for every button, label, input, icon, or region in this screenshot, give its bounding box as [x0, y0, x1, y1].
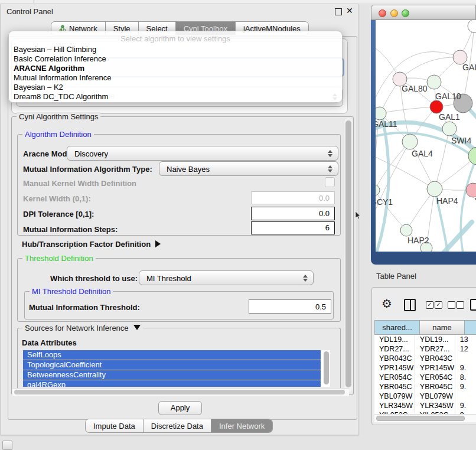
dpi-tolerance-field[interactable]: 0.0 — [251, 207, 335, 220]
table-row[interactable]: YER054CYER054C8. — [374, 373, 476, 382]
mouse-cursor — [356, 211, 361, 220]
column-layout-icon[interactable] — [404, 299, 416, 311]
table-cell: YDL19... — [415, 335, 455, 344]
table-row[interactable]: YDR27...YDR27...12 — [374, 344, 476, 354]
tab-label: Impute Data — [93, 422, 135, 431]
zoom-traffic-light[interactable] — [402, 9, 409, 17]
mi-algorithm-type-value: Naive Bayes — [167, 164, 210, 173]
table-cell: YPR145W — [374, 363, 415, 373]
table-row[interactable]: YLR345WYLR345W9. — [374, 401, 476, 410]
table-settings-gear-icon[interactable]: ⚙ — [382, 298, 392, 309]
deselect-all-checkbox-icon[interactable] — [457, 301, 464, 309]
table-cell: YDL19... — [374, 335, 415, 344]
close-traffic-light[interactable] — [379, 9, 386, 17]
select-all-checkbox-icon[interactable]: ✓ — [435, 301, 442, 309]
network-node-HAP2[interactable] — [400, 224, 412, 236]
algorithm-dropdown-placeholder: Select algorithm to view settings — [9, 34, 342, 43]
column-header-name[interactable]: name — [420, 320, 465, 335]
network-node-GAL10[interactable] — [427, 75, 441, 89]
mi-threshold-field[interactable]: 0.5 — [249, 299, 331, 314]
aracne-mode-select[interactable]: Discovery — [67, 146, 338, 161]
table-cell: YER054C — [374, 373, 415, 382]
table-row[interactable]: YBR043CYBR043C — [374, 354, 476, 363]
kernel-width-label: Kernel Width (0,1): — [23, 194, 91, 203]
network-edge[interactable] — [376, 156, 435, 189]
table-header-row: shared...name — [374, 320, 476, 335]
table-row[interactable]: YDL19...YDL19...13 — [374, 335, 476, 344]
bottom-tab-discretize-data[interactable]: Discretize Data — [144, 419, 211, 432]
table-row[interactable]: YBR045CYBR045C9. — [374, 382, 476, 392]
which-threshold-value: MI Threshold — [146, 273, 191, 282]
settings-horizontal-scrollbar-thumb[interactable] — [14, 390, 345, 394]
mi-algorithm-type-select[interactable]: Naive Bayes — [159, 161, 338, 176]
combo-arrows-icon — [328, 150, 332, 157]
manual-kernel-width-label: Manual Kernel Width Definition — [23, 179, 136, 188]
data-attributes-list: SelfLoopsTopologicalCoefficientBetweenne… — [23, 350, 330, 387]
table-cell: YBR045C — [374, 382, 415, 392]
data-attribute-item[interactable]: TopologicalCoefficient — [23, 360, 321, 370]
network-node-HAP4[interactable] — [427, 181, 442, 197]
table-cell: YLR345W — [374, 401, 415, 410]
network-edge[interactable] — [400, 57, 460, 79]
table-panel-title: Table Panel — [376, 272, 416, 281]
algorithm-option-basic-correlation-inference[interactable]: Basic Correlation Inference — [12, 54, 338, 64]
bottom-tab-infer-network[interactable]: Infer Network — [211, 419, 272, 432]
network-node-SWI4[interactable] — [442, 122, 457, 136]
table-cell: YBR045C — [415, 382, 455, 392]
tab-label: Infer Network — [219, 422, 265, 431]
network-node-GAL4[interactable] — [402, 134, 418, 149]
column-header-shared...[interactable]: shared... — [374, 320, 420, 335]
attribute-list-scrollbar-thumb[interactable] — [324, 351, 329, 384]
table-cell: YLR345W — [415, 401, 455, 410]
panel-grip[interactable] — [2, 441, 12, 450]
data-attribute-item[interactable]: BetweennessCentrality — [23, 370, 321, 380]
deselect-all-checkbox-icon[interactable] — [448, 301, 455, 309]
control-panel-title: Control Panel — [6, 7, 53, 16]
network-node-GCY1[interactable] — [376, 185, 380, 195]
settings-vertical-scrollbar-thumb[interactable] — [345, 120, 351, 387]
column-header-cut[interactable] — [465, 320, 476, 335]
which-threshold-select[interactable]: MI Threshold — [139, 270, 314, 285]
table-row[interactable]: YBL079WYBL079W — [374, 392, 476, 401]
network-canvas[interactable]: GALGAL80GAL10GAL1GAL11SWI4GAL4GCY1HAP4YH… — [376, 20, 476, 252]
node-label-HAP4: HAP4 — [436, 196, 458, 206]
data-attribute-item[interactable]: SelfLoops — [23, 350, 321, 360]
combo-arrows-icon — [303, 275, 308, 282]
table-cell — [455, 354, 476, 363]
mi-threshold-definition-title: MI Threshold Definition — [30, 287, 113, 296]
algorithm-option-bayesian-hill-climbing[interactable]: Bayesian – Hill Climbing — [12, 45, 338, 54]
minimize-traffic-light[interactable] — [390, 9, 398, 17]
network-node-GAL1[interactable] — [430, 100, 443, 113]
network-node-top-arc[interactable] — [468, 20, 476, 32]
data-attribute-item[interactable]: gal4RGexp — [23, 380, 321, 387]
document-icon[interactable] — [470, 299, 476, 311]
apply-button[interactable]: Apply — [158, 401, 202, 415]
table-row[interactable]: YPR145WYPR145W9. — [374, 363, 476, 373]
sources-expander[interactable]: Sources for Network Inference — [22, 324, 143, 332]
node-label-GAL11: GAL11 — [376, 119, 397, 129]
table-panel: ⚙ ✓ ✓ shared...name YDL19...YDL19...13YD… — [371, 287, 476, 425]
screen: Control Panel ✕ NetworkStyleSelectCyni T… — [0, 0, 476, 450]
select-all-checkbox-icon[interactable]: ✓ — [426, 301, 433, 309]
aracne-mode-value: Discovery — [74, 149, 108, 158]
table-horizontal-scrollbar — [374, 414, 476, 422]
bottom-tab-impute-data[interactable]: Impute Data — [86, 419, 144, 432]
algorithm-option-bayesian-k2[interactable]: Bayesian – K2 — [12, 83, 338, 92]
node-label-GAL10: GAL10 — [435, 92, 461, 101]
algorithm-option-aracne-algorithm[interactable]: ARACNE Algorithm — [12, 64, 338, 73]
table-body: YDL19...YDL19...13YDR27...YDR27...12YBR0… — [374, 335, 476, 414]
close-icon[interactable]: ✕ — [346, 6, 353, 15]
table-cell: YDR27... — [415, 344, 455, 354]
algorithm-option-dream8-dc-tdc-algorithm[interactable]: Dream8 DC_TDC Algorithm — [12, 92, 338, 102]
network-window-titlebar[interactable] — [371, 5, 476, 20]
float-window-icon[interactable] — [335, 8, 342, 15]
mi-steps-field[interactable]: 6 — [251, 221, 335, 234]
network-edge[interactable] — [376, 190, 406, 230]
network-node-GAL11[interactable] — [376, 107, 386, 120]
algorithm-option-mutual-information-inference[interactable]: Mutual Information Inference — [12, 73, 338, 83]
hub-definition-expander[interactable]: Hub/Transcription Factor Definition — [22, 240, 161, 249]
network-edge[interactable] — [380, 107, 436, 113]
network-edge[interactable] — [376, 142, 410, 190]
table-cell: YPR145W — [415, 363, 455, 373]
table-horizontal-scrollbar-thumb[interactable] — [376, 416, 465, 421]
